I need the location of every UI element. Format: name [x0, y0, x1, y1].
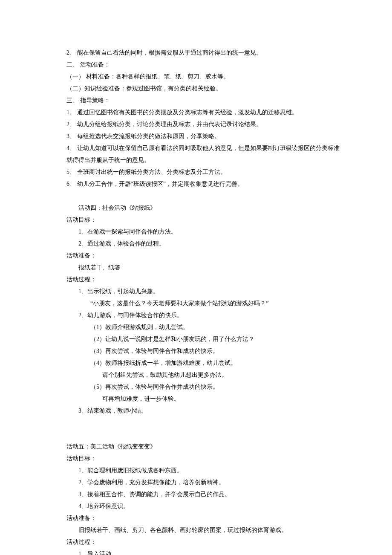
text-line: 4、培养环保意识。 — [66, 500, 341, 512]
text-line: 1、 通过回忆图书馆有关图书的分类摆放及分类标志等有关经验，激发幼儿的迁移思维。 — [66, 107, 341, 119]
text-line: 请个别组先尝试，鼓励其他幼儿想出更多办法。 — [66, 369, 341, 381]
text-line: 报纸若干、纸篓 — [66, 262, 341, 274]
text-line: 活动目标： — [66, 214, 341, 226]
text-line: 2、 能在保留自己看法的同时，根据需要服从于通过商讨得出的统一意见。 — [66, 47, 341, 59]
text-line: 3、接着相互合作、协调的能力，并学会展示自己的作品。 — [66, 489, 341, 500]
text-line: 3、结束游戏，教师小结。 — [66, 405, 341, 417]
blank-line — [66, 190, 341, 202]
text-line: 可再增加难度，进一步体验。 — [66, 393, 341, 405]
text-line: 二、 活动准备： — [66, 59, 341, 71]
text-line: 1、在游戏中探索与同伴合作的方法。 — [66, 226, 341, 238]
blank-line — [66, 417, 341, 429]
blank-line — [66, 429, 341, 441]
text-line: 活动四：社会活动《站报纸》 — [66, 202, 341, 214]
text-line: 活动过程： — [66, 536, 341, 548]
text-line: （二）知识经验准备：参观过图书馆，有分类的相关经验。 — [66, 83, 341, 95]
text-line: 活动过程： — [66, 274, 341, 286]
text-line: 旧报纸若干、画纸、剪刀、各色颜料、画好轮廓的图案，玩过报纸的体育游戏。 — [66, 524, 341, 536]
text-line: （4）教师将报纸折成一半，增加游戏难度，幼儿尝试。 — [66, 357, 341, 369]
text-line: 1、导入活动。 — [66, 548, 341, 555]
text-line: 三、 指导策略： — [66, 95, 341, 107]
text-line: 5、 全班商讨出统一的报纸分类方法、分类标志及分工方法。 — [66, 166, 341, 178]
text-line: 2、幼儿游戏，与同伴体验合作的快乐。 — [66, 309, 341, 321]
text-line: 活动五：美工活动《报纸变变变》 — [66, 441, 341, 453]
text-line: 2、通过游戏，体验合作的过程。 — [66, 238, 341, 250]
document-page: 2、 能在保留自己看法的同时，根据需要服从于通过商讨得出的统一意见。二、 活动准… — [0, 0, 392, 555]
text-line: 4、 让幼儿知道可以在保留自己原有看法的同时吸取他人的意见，但是如果要制订班级读… — [66, 142, 341, 166]
text-line: 活动准备： — [66, 512, 341, 524]
text-line: （一） 材料准备：各种各样的报纸、笔、纸、剪刀、胶水等。 — [66, 71, 341, 83]
text-line: （1）教师介绍游戏规则，幼儿尝试。 — [66, 321, 341, 333]
text-line: 活动准备： — [66, 250, 341, 262]
text-line: 2、 幼儿分组给报纸分类，讨论分类理由及标志，并由代表记录讨论结果。 — [66, 119, 341, 130]
text-line: 1、能合理利用废旧报纸做成各种东西。 — [66, 465, 341, 477]
text-line: 6、 幼儿分工合作，开辟“班级读报区”，并定期收集意见进行完善。 — [66, 178, 341, 190]
text-line: 1、出示报纸，引起幼儿兴趣。 — [66, 286, 341, 298]
text-line: “小朋友，这是什么？今天老师要和大家来做个站报纸的游戏好吗？” — [66, 298, 341, 309]
text-line: 活动目标： — [66, 453, 341, 465]
text-line: （5）再次尝试，体验与同伴合作并成功的快乐。 — [66, 381, 341, 393]
text-line: （3）再次尝试，体验与同伴合作和成功的快乐。 — [66, 345, 341, 357]
text-line: 3、 每组推选代表交流报纸分类的做法和原因，分享策略。 — [66, 130, 341, 142]
text-line: （2）让幼儿说一说刚才是怎样和小朋友玩的，用了什么方法？ — [66, 333, 341, 345]
text-line: 2、学会废物利用，充分发挥想像能力，培养创新精神。 — [66, 477, 341, 489]
